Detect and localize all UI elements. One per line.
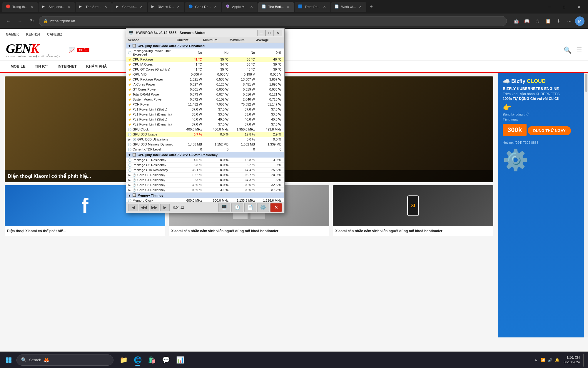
reading-view-icon[interactable]: 📖 <box>522 16 532 26</box>
val-avg-ctdp: 0 <box>256 148 283 151</box>
tab-3-close[interactable]: ✕ <box>103 4 108 9</box>
downloads-icon[interactable]: ⬇ <box>554 16 563 26</box>
taskbar-app-extra2[interactable]: 📊 <box>173 354 186 367</box>
bolt-icon-9: ⚡ <box>128 98 131 101</box>
hwinfo-rewind-btn[interactable]: ◀◀ <box>139 204 148 211</box>
group2-collapse-icon[interactable]: ▼ <box>128 153 131 157</box>
search-icon-header[interactable]: 🔍 <box>564 46 572 54</box>
group1-collapse-icon[interactable]: ▼ <box>128 44 131 48</box>
forward-button[interactable]: → <box>15 16 25 26</box>
tab-8[interactable]: 📄 The Berl... ✕ <box>258 2 294 12</box>
tab-9[interactable]: 🟦 Trent Pa... ✕ <box>295 2 330 12</box>
hwinfo-prev-btn[interactable]: ◀ <box>128 204 138 211</box>
page-scrollbar[interactable] <box>584 73 588 337</box>
close-button[interactable]: ✕ <box>572 2 586 12</box>
hwinfo-close-btn[interactable]: ✕ <box>274 30 282 36</box>
hwinfo-status-icon-3[interactable]: 📄 <box>244 203 256 212</box>
tab-3[interactable]: ▶ The Stre... ✕ <box>76 2 112 12</box>
article-card-3[interactable]: XI Xiaomi cân nhắc cấm vĩnh viễn người d… <box>333 185 493 236</box>
tab-9-close[interactable]: ✕ <box>322 4 327 9</box>
new-tab-button[interactable]: + <box>367 2 376 11</box>
clock-icon-d3du: 🕐 <box>133 138 136 141</box>
hwinfo-next-btn[interactable]: ▶ <box>160 204 170 211</box>
group3-collapse-icon[interactable]: ▼ <box>128 194 131 197</box>
taskbar-app-files[interactable]: 📁 <box>117 354 130 367</box>
taskbar-app-extra1[interactable]: 💬 <box>159 354 172 367</box>
hwinfo-status-icon-1[interactable]: 🖥️ <box>218 203 230 212</box>
profile-icon[interactable]: M <box>575 16 584 26</box>
group2-header[interactable]: ▼ 🔲 CPU [#0]: Intel Core Ultra 7 258V: C… <box>126 152 284 158</box>
val-min-corec7: 3.1 % <box>203 188 230 192</box>
nav-mobile[interactable]: MOBILE <box>6 61 30 73</box>
expand-icon-c6[interactable]: ▶ <box>128 183 131 187</box>
expand-icon-1[interactable]: ▶ <box>128 138 131 141</box>
minimize-button[interactable]: ─ <box>543 2 556 12</box>
hwinfo-status-icon-2[interactable]: 🕐 <box>231 203 243 212</box>
tab-7-close[interactable]: ✕ <box>249 4 254 9</box>
sensor-name-pkg-c6: 🕐 Package C6 Residency <box>128 163 177 167</box>
ad-logo-area: ☁️ Bizfly CLOUD <box>503 78 579 85</box>
nav-khampha[interactable]: KHÁM PHÁ <box>81 61 111 73</box>
tab-10[interactable]: 📄 Work wi... ✕ <box>331 2 366 12</box>
taskbar-app-edge[interactable]: 🌐 <box>131 354 144 367</box>
ad-headline: BIZFLY KUBERNETES ENGINE <box>503 86 579 91</box>
site-nav-cafebiz[interactable]: CAFEBIZ <box>47 32 62 36</box>
val-avg-gt-power: 0.033 W <box>256 88 283 91</box>
tray-network-icon[interactable]: 📶 <box>540 357 546 363</box>
taskbar-clock[interactable]: 1:51 CH 08/10/2024 <box>561 355 582 364</box>
tab-8-close[interactable]: ✕ <box>285 4 290 9</box>
group3-header[interactable]: ▼ 🔲 Memory Timings <box>126 193 284 198</box>
hwinfo-maximize-btn[interactable]: □ <box>265 30 274 36</box>
maximize-button[interactable]: □ <box>557 2 571 12</box>
reload-button[interactable]: ↻ <box>27 16 36 26</box>
sensor-name-cpu-ia: ⚡ CPU IA Cores <box>128 63 177 66</box>
nav-tinicT[interactable]: TIN ICT <box>30 61 53 73</box>
hwinfo-status-icon-4[interactable]: ⚙️ <box>257 203 269 212</box>
back-button[interactable]: ← <box>4 16 13 26</box>
row-mem-clock: 🕐 Memory Clock 600.0 MHz 600.0 MHz 2,133… <box>126 198 284 202</box>
tab-6-close[interactable]: ✕ <box>213 4 218 9</box>
expand-icon-c1[interactable]: ▶ <box>128 178 131 182</box>
tray-battery-icon[interactable]: 🔔 <box>554 357 560 363</box>
hwinfo-table-body[interactable]: ▼ 🔲 CPU [#0]: Intel Core Ultra 7 258V: E… <box>126 43 284 202</box>
group1-header[interactable]: ▼ 🔲 CPU [#0]: Intel Core Ultra 7 258V: E… <box>126 43 284 48</box>
start-button[interactable] <box>2 354 15 367</box>
val-avg-pkgc6: 1.9 % <box>256 163 283 167</box>
tab-10-close[interactable]: ✕ <box>358 4 363 9</box>
scroll-thumb[interactable] <box>585 74 587 92</box>
search-taskbar[interactable]: 🔍 Search 🦊 <box>16 354 113 366</box>
row-gpu-mem: 🕐 GPU D3D Memory Dynamic 1,458 MB 1,152 … <box>126 142 284 147</box>
tab-5-close[interactable]: ✕ <box>176 4 181 9</box>
nav-internet[interactable]: INTERNET <box>53 61 81 73</box>
tab-4[interactable]: ▶ Cormac... ✕ <box>112 2 147 12</box>
site-nav-kenh14[interactable]: KENH14 <box>26 32 40 36</box>
expand-icon-c0[interactable]: ▶ <box>128 173 131 177</box>
expand-icon-c7[interactable]: ▶ <box>128 188 131 192</box>
site-nav-gamek[interactable]: GAMEK <box>6 32 19 36</box>
ad-cta-btn[interactable]: DÙNG THỬ NGAY <box>528 126 571 135</box>
tab-2-close[interactable]: ✕ <box>66 4 71 9</box>
show-desktop-btn[interactable] <box>583 354 586 367</box>
val-current-corec1: 0.3 % <box>177 178 203 182</box>
tab-5[interactable]: ▶ River's D... ✕ <box>148 2 185 12</box>
tab-4-close[interactable]: ✕ <box>139 4 144 9</box>
collections-icon[interactable]: 📋 <box>543 16 553 26</box>
hwinfo-close-bottom-btn[interactable]: ✕ <box>270 203 282 212</box>
hwinfo-bottom-bar: ◀ ◀◀ ▶▶ ▶ 0:04:12 🖥️ 🕐 📄 ⚙️ ✕ <box>126 202 284 213</box>
tray-up-arrow[interactable]: ∧ <box>533 357 539 363</box>
copilot-icon[interactable]: 🤖 <box>512 16 521 26</box>
address-input[interactable]: 🔒 https://genk.vn <box>39 16 507 26</box>
more-button[interactable]: ⋯ <box>564 16 574 26</box>
tab-1[interactable]: 🔴 Trang th... ✕ <box>2 2 38 12</box>
taskbar-app-store[interactable]: 🛍️ <box>145 354 158 367</box>
tray-sound-icon[interactable]: 🔊 <box>547 357 553 363</box>
tab-6[interactable]: 🔵 Geek Re... ✕ <box>185 2 221 12</box>
tab-2[interactable]: ▶ Sequenc... ✕ <box>39 2 75 12</box>
hwinfo-forward-btn[interactable]: ▶▶ <box>150 204 159 211</box>
hamburger-icon[interactable]: ☰ <box>576 46 582 54</box>
tab-7[interactable]: 🔮 Apple M... ✕ <box>222 2 258 12</box>
tab-1-favicon: 🔴 <box>6 4 11 9</box>
hwinfo-minimize-btn[interactable]: ─ <box>257 30 265 36</box>
favorites-icon[interactable]: ☆ <box>533 16 542 26</box>
tab-1-close[interactable]: ✕ <box>29 4 34 9</box>
